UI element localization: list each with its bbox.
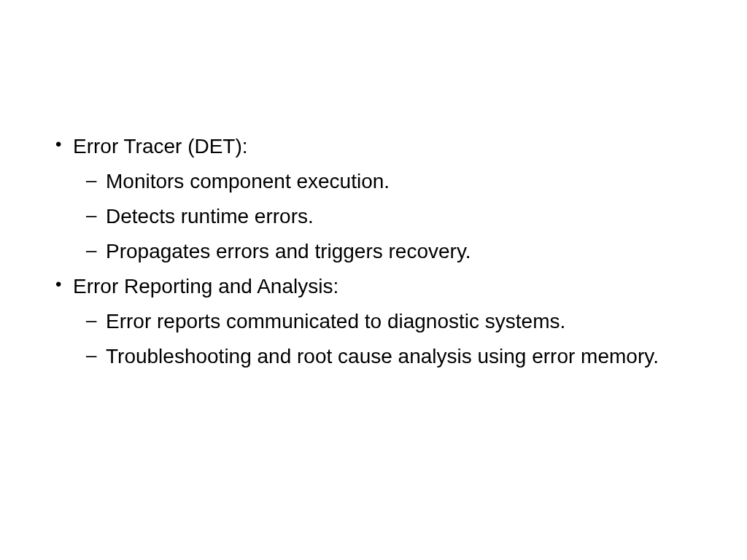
bullet-list-level2: Error reports communicated to diagnostic… (73, 306, 696, 372)
bullet-list-level1: Error Tracer (DET): Monitors component e… (51, 131, 696, 372)
list-subitem: Monitors component execution. (73, 166, 696, 197)
list-subitem-text: Propagates errors and triggers recovery. (106, 240, 471, 262)
list-subitem-text: Error reports communicated to diagnostic… (106, 310, 565, 332)
list-subitem: Troubleshooting and root cause analysis … (73, 341, 696, 372)
list-item: Error Tracer (DET): Monitors component e… (51, 131, 696, 267)
bullet-list-level2: Monitors component execution. Detects ru… (73, 166, 696, 267)
list-subitem: Detects runtime errors. (73, 201, 696, 232)
list-subitem-text: Troubleshooting and root cause analysis … (106, 345, 659, 368)
list-subitem-text: Monitors component execution. (106, 170, 390, 192)
list-item-label: Error Tracer (DET): (73, 135, 248, 158)
list-subitem-text: Detects runtime errors. (106, 205, 314, 228)
list-subitem: Error reports communicated to diagnostic… (73, 306, 696, 337)
list-item: Error Reporting and Analysis: Error repo… (51, 271, 696, 372)
list-subitem: Propagates errors and triggers recovery. (73, 236, 696, 267)
list-item-label: Error Reporting and Analysis: (73, 275, 338, 298)
